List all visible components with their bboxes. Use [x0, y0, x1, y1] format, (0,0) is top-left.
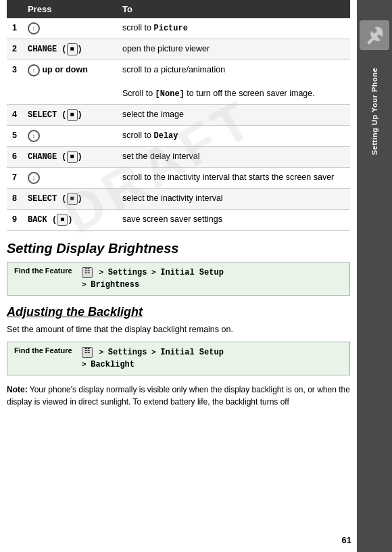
table-row: 7 ↕ scroll to the inactivity interval th…	[7, 168, 350, 189]
row-to: scroll to Delay	[117, 125, 350, 146]
row-press: BACK (■)	[22, 210, 117, 231]
col-to-header: To	[117, 0, 350, 18]
table-row: 1 ↕ scroll to Picture	[7, 18, 350, 39]
select-key: ■	[67, 109, 78, 121]
row-num: 2	[7, 39, 22, 60]
select-key: ■	[67, 193, 78, 205]
table-row: 6 CHANGE (■) set the delay interval	[7, 146, 350, 167]
find-feature-path-2: ☷ > Settings > Initial Setup > Backlight	[82, 346, 224, 371]
section1-heading: Setting Display Brightness	[7, 240, 350, 256]
find-feature-path-1: ☷ > Settings > Initial Setup > Brightnes…	[82, 267, 224, 291]
row-to: set the delay interval	[117, 146, 350, 167]
row-press: ↕ up or down	[22, 60, 117, 105]
col-num-header	[7, 0, 22, 18]
row-press: SELECT (■)	[22, 104, 117, 125]
sidebar-label: Setting Up Your Phone	[370, 68, 378, 155]
table-row: 5 ↕ scroll to Delay	[7, 125, 350, 146]
main-content: Press To 1 ↕ scroll to Picture 2 CH	[0, 0, 357, 552]
table-row: 9 BACK (■) save screen saver settings	[7, 210, 350, 231]
find-feature-box-1: Find the Feature ☷ > Settings > Initial …	[7, 262, 350, 296]
section2-note: Note: Your phone's display normally is v…	[7, 384, 350, 408]
page-wrapper: DRAFT Setting Up Your Phone Press To	[0, 0, 392, 552]
row-to: scroll to the inactivity interval that s…	[117, 168, 350, 189]
row-press: ↕	[22, 125, 117, 146]
row-num: 5	[7, 125, 22, 146]
scroll-icon: ↕	[28, 172, 40, 184]
right-sidebar: Setting Up Your Phone	[357, 0, 392, 552]
row-press: ↕	[22, 18, 117, 39]
col-press-header: Press	[22, 0, 117, 18]
table-row: 4 SELECT (■) select the image	[7, 104, 350, 125]
row-num: 1	[7, 18, 22, 39]
menu-icon-2: ☷	[82, 347, 93, 358]
row-to: select the image	[117, 104, 350, 125]
find-feature-label-1: Find the Feature	[14, 267, 75, 275]
row-to: select the inactivity interval	[117, 189, 350, 210]
scroll-icon: ↕	[28, 64, 40, 76]
row-press: CHANGE (■)	[22, 39, 117, 60]
row-press: CHANGE (■)	[22, 146, 117, 167]
row-num: 4	[7, 104, 22, 125]
find-feature-box-2: Find the Feature ☷ > Settings > Initial …	[7, 342, 350, 375]
row-num: 6	[7, 146, 22, 167]
section2-heading: Adjusting the Backlight	[7, 305, 350, 319]
row-to: open the picture viewer	[117, 39, 350, 60]
row-to: save screen saver settings	[117, 210, 350, 231]
row-num: 3	[7, 60, 22, 105]
table-row: 3 ↕ up or down scroll to a picture/anima…	[7, 60, 350, 105]
row-press: SELECT (■)	[22, 189, 117, 210]
row-num: 8	[7, 189, 22, 210]
scroll-icon: ↕	[28, 130, 40, 142]
table-row: 2 CHANGE (■) open the picture viewer	[7, 39, 350, 60]
change-key: ■	[67, 43, 78, 55]
row-num: 7	[7, 168, 22, 189]
change-key: ■	[67, 151, 78, 163]
row-press: ↕	[22, 168, 117, 189]
find-feature-label-2: Find the Feature	[14, 346, 75, 354]
scroll-icon: ↕	[28, 22, 40, 34]
row-to: scroll to Picture	[117, 18, 350, 39]
table-row: 8 SELECT (■) select the inactivity inter…	[7, 189, 350, 210]
wrench-icon	[360, 20, 389, 50]
menu-icon: ☷	[82, 267, 93, 278]
row-to: scroll to a picture/animation Scroll to …	[117, 60, 350, 105]
section2-body: Set the amount of time that the display …	[7, 323, 350, 336]
page-number: 61	[342, 535, 351, 545]
back-key: ■	[57, 214, 68, 226]
row-num: 9	[7, 210, 22, 231]
press-table: Press To 1 ↕ scroll to Picture 2 CH	[7, 0, 350, 231]
